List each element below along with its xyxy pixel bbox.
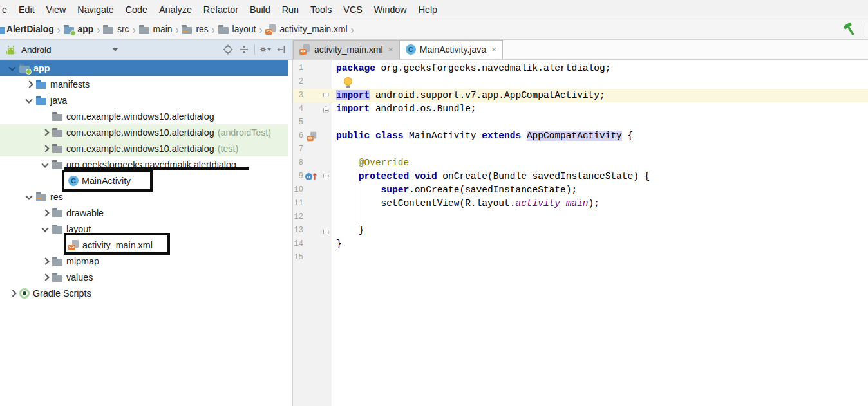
close-tab-icon[interactable]: × bbox=[388, 44, 393, 55]
chevron-down-icon[interactable] bbox=[6, 62, 19, 74]
code-line[interactable]: 1 package org.geeksforgeeks.navedmalik.a… bbox=[293, 62, 868, 75]
code-line[interactable]: 4 import android.os.Bundle; bbox=[293, 102, 868, 116]
folder-icon bbox=[52, 208, 63, 218]
code-line[interactable]: 6 public class MainActivity extends AppC… bbox=[293, 129, 868, 143]
breadcrumb-label: res bbox=[196, 24, 208, 34]
xml-file-icon bbox=[299, 44, 310, 55]
fold-marker-icon[interactable] bbox=[323, 93, 329, 99]
breadcrumb-label: activity_main.xml bbox=[279, 24, 347, 34]
token: } bbox=[336, 239, 342, 249]
label: N bbox=[77, 5, 84, 15]
menu-item-navigate[interactable]: Navigate bbox=[71, 5, 119, 15]
tab-activity-main-xml[interactable]: activity_main.xml × bbox=[293, 40, 400, 59]
package-icon bbox=[52, 127, 63, 138]
label: iew bbox=[52, 5, 66, 15]
menu-item-analyze[interactable]: Analyze bbox=[153, 5, 198, 15]
chevron-right-icon[interactable] bbox=[39, 143, 52, 154]
label: e bbox=[2, 5, 7, 15]
menu-item-vcs[interactable]: VCS bbox=[337, 5, 368, 15]
collapse-all-button[interactable] bbox=[238, 44, 250, 55]
menu-item-file-partial[interactable]: e bbox=[0, 5, 13, 15]
breadcrumb-activity-main-xml[interactable]: activity_main.xml bbox=[265, 24, 347, 35]
fold-marker-icon[interactable] bbox=[323, 228, 329, 234]
code-line[interactable]: 10 super.onCreate(savedInstanceState); bbox=[293, 183, 868, 197]
breadcrumb-app[interactable]: app bbox=[64, 24, 94, 35]
breadcrumb-src[interactable]: src bbox=[103, 24, 129, 35]
code-text: setContentView(R.layout.activity_main); bbox=[332, 197, 599, 210]
hide-panel-button[interactable] bbox=[276, 44, 287, 55]
tree-item-manifests[interactable]: manifests bbox=[0, 76, 288, 92]
code-line[interactable]: 13 } bbox=[293, 224, 868, 237]
line-number: 4 bbox=[293, 102, 303, 116]
token: protected void bbox=[336, 171, 437, 181]
tree-item-package-main[interactable]: com.example.windows10.alertdialog bbox=[0, 108, 288, 124]
tab-mainactivity-java[interactable]: MainActivity.java × bbox=[400, 40, 503, 59]
folder-icon bbox=[218, 24, 229, 35]
code-line[interactable]: 9 protected void onCreate(Bundle savedIn… bbox=[293, 170, 868, 183]
related-xml-file-icon[interactable] bbox=[307, 131, 316, 140]
menu-item-window[interactable]: Window bbox=[368, 5, 413, 15]
chevron-right-icon[interactable] bbox=[39, 207, 52, 219]
code-line[interactable]: 14 } bbox=[293, 237, 868, 251]
breadcrumb-main[interactable]: main bbox=[139, 24, 173, 35]
fold-marker-icon[interactable] bbox=[323, 106, 329, 113]
menu-item-edit[interactable]: Edit bbox=[13, 5, 41, 15]
code-line[interactable]: 7 bbox=[293, 143, 868, 156]
code-line[interactable]: 5 bbox=[293, 116, 868, 129]
tree-item-package-androidtest[interactable]: com.example.windows10.alertdialog (andro… bbox=[0, 124, 288, 140]
code-line[interactable]: 12 bbox=[293, 210, 868, 224]
close-tab-icon[interactable]: × bbox=[491, 44, 496, 55]
label: H bbox=[419, 5, 425, 15]
intention-bulb-icon[interactable] bbox=[344, 77, 352, 86]
chevron-right-icon[interactable] bbox=[23, 78, 36, 90]
menu-item-build[interactable]: Build bbox=[244, 5, 276, 15]
project-view-selector[interactable]: Android bbox=[21, 45, 52, 55]
breadcrumb-res[interactable]: res bbox=[182, 24, 208, 35]
tree-item-package-test[interactable]: com.example.windows10.alertdialog (test) bbox=[0, 140, 288, 156]
line-number: 3 bbox=[293, 89, 303, 102]
chevron-down-icon[interactable] bbox=[39, 223, 52, 235]
breadcrumb-layout[interactable]: layout bbox=[218, 24, 256, 35]
chevron-right-icon[interactable] bbox=[39, 127, 52, 138]
chevron-down-icon[interactable] bbox=[23, 191, 36, 203]
line-number: 15 bbox=[293, 251, 303, 264]
menu-item-refactor[interactable]: Refactor bbox=[198, 5, 244, 15]
chevron-right-icon[interactable] bbox=[39, 255, 52, 267]
tree-item-mipmap[interactable]: mipmap bbox=[0, 253, 288, 269]
menu-item-help[interactable]: Help bbox=[413, 5, 443, 15]
chevron-right-icon[interactable] bbox=[6, 288, 19, 299]
fold-marker-icon[interactable] bbox=[323, 174, 329, 180]
tree-item-java[interactable]: java bbox=[0, 92, 288, 108]
scroll-from-source-button[interactable] bbox=[222, 44, 234, 55]
tree-item-app[interactable]: app bbox=[0, 60, 288, 76]
tree-item-gradle-scripts[interactable]: Gradle Scripts bbox=[0, 285, 288, 301]
code-line[interactable]: 2 bbox=[293, 75, 868, 89]
menu-item-tools[interactable]: Tools bbox=[305, 5, 337, 15]
code-editor[interactable]: 1 package org.geeksforgeeks.navedmalik.a… bbox=[293, 60, 868, 406]
tree-item-label: java bbox=[50, 95, 67, 106]
tree-item-label: com.example.windows10.alertdialog bbox=[66, 127, 214, 138]
breadcrumb-label: src bbox=[117, 24, 129, 34]
chevron-down-icon[interactable] bbox=[39, 159, 52, 171]
breadcrumb-project[interactable]: AlertDialog bbox=[6, 24, 54, 34]
code-text: } bbox=[332, 237, 342, 251]
code-line[interactable]: 8 @Override bbox=[293, 156, 868, 170]
make-project-button[interactable] bbox=[841, 21, 859, 38]
chevron-down-icon[interactable] bbox=[23, 95, 36, 106]
menu-item-run[interactable]: Run bbox=[276, 5, 305, 15]
chevron-right-icon[interactable] bbox=[39, 272, 52, 283]
chevron-down-icon[interactable] bbox=[113, 48, 118, 51]
code-line[interactable]: 15 bbox=[293, 251, 868, 264]
code-line[interactable]: 11 setContentView(R.layout.activity_main… bbox=[293, 197, 868, 210]
tree-item-drawable[interactable]: drawable bbox=[0, 205, 288, 221]
token: import bbox=[336, 104, 370, 114]
code-line-highlighted[interactable]: 3 import android.support.v7.app.AppCompa… bbox=[293, 89, 868, 102]
label: uild bbox=[256, 5, 270, 15]
settings-button[interactable] bbox=[259, 44, 271, 55]
overrides-method-icon[interactable] bbox=[305, 172, 319, 181]
menu-item-code[interactable]: Code bbox=[120, 5, 153, 15]
token: public class bbox=[336, 131, 403, 141]
menu-item-view[interactable]: View bbox=[41, 5, 72, 15]
res-folder-icon bbox=[182, 24, 193, 35]
tree-item-values[interactable]: values bbox=[0, 269, 288, 285]
